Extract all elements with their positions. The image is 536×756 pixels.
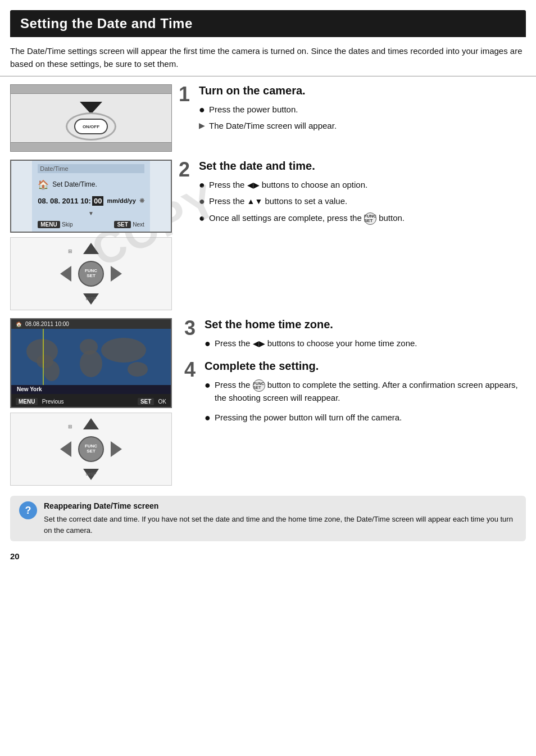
onoff-button: ON/OFF (74, 119, 108, 134)
info-text: Set the correct date and time. If you ha… (44, 514, 517, 536)
step-4-number: 4 (184, 360, 201, 426)
step-2-number: 2 (179, 160, 196, 227)
left-arrow-icon-4 (60, 441, 71, 457)
step-4-text-block: 4 Complete the setting. ● Press the FUNC… (184, 360, 526, 426)
svg-point-6 (101, 338, 146, 363)
func-inline-icon: FUNCSET (364, 212, 376, 225)
step-3-text-block: 3 Set the home time zone. ● Press the ◀▶… (184, 318, 526, 352)
step-2-row: Date/Time 🏠 Set Date/Time. 08. 08. 2011 … (10, 160, 526, 310)
step-34-row: 🏠 08.08.2011 10:00 (10, 318, 526, 486)
step-1-bullets: ● Press the power button. ▶ The Date/Tim… (199, 102, 337, 134)
up-arrow-icon-4 (83, 418, 99, 429)
menu-btn: MENU (38, 221, 60, 228)
disp-label-4: DISP (86, 472, 97, 477)
set-btn: SET (114, 221, 130, 228)
func-inline-icon-4: FUNCSET (253, 379, 265, 392)
svg-point-5 (80, 350, 102, 377)
step-3-bullets: ● Press the ◀▶ buttons to choose your ho… (205, 336, 526, 352)
step-4-bullet-2: ● Pressing the power button will turn of… (205, 410, 526, 426)
func-center-button-4: FUNCSET (78, 436, 104, 462)
step-2-images: Date/Time 🏠 Set Date/Time. 08. 08. 2011 … (10, 160, 173, 310)
top-left-icon: ⊞ (68, 248, 72, 254)
onoff-button-area: ON/OFF (74, 102, 108, 134)
datetime-screen: Date/Time 🏠 Set Date/Time. 08. 08. 2011 … (10, 160, 172, 233)
step-3-content: Set the home time zone. ● Press the ◀▶ b… (205, 318, 526, 352)
func-label-4: FUNCSET (85, 444, 97, 454)
step-4-bullets: ● Press the FUNCSET button to complete t… (205, 377, 526, 426)
info-content: Reappearing Date/Time screen Set the cor… (44, 501, 517, 536)
up-arrow-icon (83, 243, 99, 254)
step-1-number: 1 (179, 84, 196, 134)
step-2-bullet-1: ● Press the ◀▶ buttons to choose an opti… (199, 177, 405, 193)
step-1-bullet-1: ● Press the power button. (199, 102, 337, 118)
main-content: COPY (0, 76, 536, 486)
func-diamond: FUNCSET ⊞ DISP (60, 243, 122, 305)
steps-area: COPY (10, 76, 526, 486)
right-arrow-icon (111, 266, 122, 282)
tz-menu-btn: MENU (16, 398, 38, 405)
page-number: 20 (0, 547, 536, 570)
step-1-header: Turn on the camera. (199, 84, 337, 97)
step-1-text-block: 1 Turn on the camera. ● Press the power … (179, 84, 337, 134)
step-4-content: Complete the setting. ● Press the FUNCSE… (205, 360, 526, 426)
info-title: Reappearing Date/Time screen (44, 501, 517, 510)
func-button-step2: FUNCSET ⊞ DISP (10, 237, 172, 310)
right-arrow-icon-4 (111, 441, 122, 457)
top-left-icon-4: ⊞ (68, 424, 72, 429)
step-2-bullets: ● Press the ◀▶ buttons to choose an opti… (199, 177, 405, 227)
step-2-header: Set the date and time. (199, 160, 405, 173)
tz-set-btn: SET (138, 398, 154, 405)
step-2-bullet-3: ● Once all settings are complete, press … (199, 210, 405, 227)
step-1-content: Turn on the camera. ● Press the power bu… (199, 84, 337, 134)
step-2-content: Set the date and time. ● Press the ◀▶ bu… (199, 160, 405, 227)
step-2-text-block: 2 Set the date and time. ● Press the ◀▶ … (179, 160, 405, 227)
intro-text: The Date/Time settings screen will appea… (0, 37, 536, 76)
svg-point-7 (128, 362, 148, 377)
step-3-header: Set the home time zone. (205, 318, 526, 331)
dt-date-row: 08. 08. 2011 10: 00 mm/dd/yy ❋ (38, 196, 144, 206)
step-3-number: 3 (184, 318, 201, 352)
left-arrow-icon (60, 266, 71, 282)
func-diamond-4: FUNCSET ⊞ DISP (60, 418, 122, 480)
title-bar: Setting the Date and Time (10, 10, 526, 37)
step-4-bullet-1: ● Press the FUNCSET button to complete t… (205, 377, 526, 406)
dt-bottom-bar: MENU Skip SET Next (38, 220, 144, 228)
info-icon: ? (19, 501, 37, 519)
info-box: ? Reappearing Date/Time screen Set the c… (10, 496, 526, 541)
func-center-button: FUNCSET (78, 261, 104, 287)
step-4-header: Complete the setting. (205, 360, 526, 373)
step-1-bullet-2: ▶ The Date/Time screen will appear. (199, 118, 337, 134)
func-label: FUNCSET (85, 269, 97, 279)
camera-image: ON/OFF (10, 84, 172, 152)
step-34-texts: 3 Set the home time zone. ● Press the ◀▶… (179, 318, 526, 486)
disp-label: DISP (86, 296, 97, 301)
step-1-images: ON/OFF (10, 84, 173, 152)
timezone-screen: 🏠 08.08.2011 10:00 (10, 318, 172, 408)
step-34-images: 🏠 08.08.2011 10:00 (10, 318, 173, 486)
dt-title: Date/Time (38, 164, 144, 173)
house-icon: 🏠 (38, 179, 49, 190)
page-title: Setting the Date and Time (20, 16, 516, 31)
step-3-bullet-1: ● Press the ◀▶ buttons to choose your ho… (205, 336, 526, 352)
step-2-bullet-2: ● Press the ▲▼ buttons to set a value. (199, 193, 405, 210)
func-button-step4: FUNCSET ⊞ DISP (10, 413, 172, 486)
svg-point-3 (44, 361, 60, 381)
step-1-row: ON/OFF 1 Turn on the camera. ● Pre (10, 84, 526, 152)
dt-icon-row: 🏠 Set Date/Time. (38, 177, 144, 192)
city-name: New York (17, 386, 42, 392)
